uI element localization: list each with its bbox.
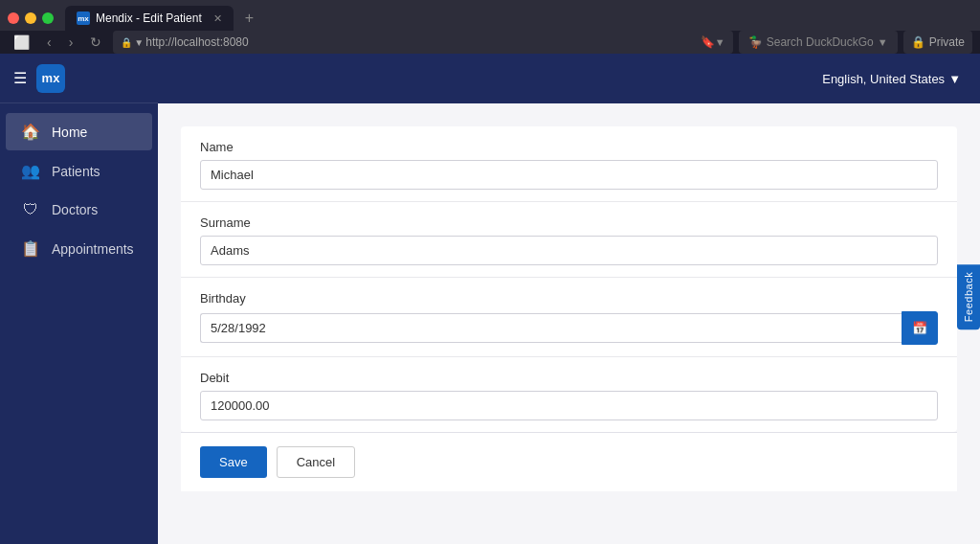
sidebar: ☰ mx 🏠 Home 👥 Patients 🛡 Doctors 📋 Appoi…: [0, 54, 158, 544]
close-tab-button[interactable]: ✕: [213, 12, 222, 25]
lock-private-icon: 🔒: [911, 35, 925, 49]
tab-favicon: mx: [77, 11, 90, 25]
app-container: ☰ mx 🏠 Home 👥 Patients 🛡 Doctors 📋 Appoi…: [0, 54, 980, 544]
feedback-button[interactable]: Feedback: [957, 264, 980, 329]
bookmark-icon[interactable]: 🔖: [701, 35, 715, 49]
sidebar-item-patients[interactable]: 👥 Patients: [6, 152, 152, 190]
date-picker-button[interactable]: 📅: [902, 311, 938, 345]
app-logo: mx: [36, 64, 65, 93]
url-expand-icon[interactable]: ▼: [715, 36, 725, 48]
surname-field-group: Surname: [181, 202, 957, 278]
back-button[interactable]: ‹: [41, 31, 57, 54]
sidebar-item-doctors[interactable]: 🛡 Doctors: [6, 192, 152, 228]
lock-icon: 🔒: [121, 37, 132, 48]
url-bar[interactable]: 🔒 ▼ http://localhost:8080 🔖 ▼: [113, 31, 732, 54]
patients-icon: 👥: [21, 162, 40, 180]
debit-label: Debit: [200, 371, 938, 385]
language-label: English, United States: [822, 72, 945, 86]
debit-input[interactable]: [200, 391, 938, 420]
search-bar[interactable]: 🦆 Search DuckDuckGo ▼: [739, 31, 898, 54]
debit-field-group: Debit: [181, 357, 957, 432]
private-label: Private: [929, 35, 965, 49]
forward-button[interactable]: ›: [63, 31, 79, 54]
url-text: http://localhost:8080: [145, 35, 248, 49]
sidebar-item-home[interactable]: 🏠 Home: [6, 113, 152, 150]
search-placeholder: Search DuckDuckGo: [767, 35, 874, 49]
sidebar-item-doctors-label: Doctors: [52, 202, 98, 217]
sidebar-item-appointments-label: Appointments: [52, 241, 134, 257]
sidebar-item-appointments[interactable]: 📋 Appointments: [6, 230, 152, 267]
main-wrapper: English, United States ▼ Name Surname: [158, 54, 980, 544]
appointments-icon: 📋: [21, 239, 40, 258]
language-chevron-icon: ▼: [948, 72, 961, 86]
name-input[interactable]: [200, 160, 938, 190]
birthday-label: Birthday: [200, 291, 938, 306]
home-icon: 🏠: [21, 123, 40, 141]
content-header: English, United States ▼: [158, 54, 980, 103]
calendar-icon: 📅: [912, 321, 927, 335]
sidebar-item-home-label: Home: [52, 125, 87, 140]
active-tab[interactable]: mx Mendix - Edit Patient ✕: [65, 6, 234, 31]
new-tab-button[interactable]: +: [237, 10, 261, 27]
tab-title: Mendix - Edit Patient: [96, 11, 202, 25]
reload-button[interactable]: ↻: [84, 31, 107, 54]
sidebar-toggle-button[interactable]: ⬜: [8, 31, 35, 54]
action-bar: Save Cancel: [181, 432, 957, 491]
maximize-window-button[interactable]: [42, 12, 54, 24]
language-selector[interactable]: English, United States ▼: [822, 72, 961, 86]
traffic-lights: [8, 12, 54, 24]
doctors-icon: 🛡: [21, 201, 40, 218]
birthday-input[interactable]: [200, 313, 902, 343]
duckduckgo-icon: 🦆: [748, 35, 763, 49]
tab-bar: mx Mendix - Edit Patient ✕ +: [0, 0, 980, 31]
close-window-button[interactable]: [8, 12, 19, 24]
birthday-date-wrapper: 📅: [200, 311, 938, 345]
form-section: Name Surname Birthday 📅: [181, 126, 957, 432]
form-area: Name Surname Birthday 📅: [158, 103, 980, 544]
birthday-field-group: Birthday 📅: [181, 278, 957, 357]
sidebar-nav: 🏠 Home 👥 Patients 🛡 Doctors 📋 Appointmen…: [0, 103, 158, 544]
surname-label: Surname: [200, 215, 938, 230]
hamburger-menu-button[interactable]: ☰: [13, 69, 27, 87]
surname-input[interactable]: [200, 236, 938, 265]
save-button[interactable]: Save: [200, 446, 267, 478]
url-protocol-icon: ▼: [134, 37, 144, 48]
feedback-sidebar: Feedback: [957, 264, 980, 333]
search-expand-icon[interactable]: ▼: [878, 36, 888, 48]
browser-chrome: mx Mendix - Edit Patient ✕ + ⬜ ‹ › ↻ 🔒 ▼…: [0, 0, 980, 54]
minimize-window-button[interactable]: [25, 12, 36, 24]
sidebar-header: ☰ mx: [0, 54, 158, 103]
cancel-button[interactable]: Cancel: [277, 446, 355, 478]
private-mode-button[interactable]: 🔒 Private: [903, 31, 972, 54]
nav-bar: ⬜ ‹ › ↻ 🔒 ▼ http://localhost:8080 🔖 ▼ 🦆 …: [0, 31, 980, 54]
name-label: Name: [200, 140, 938, 154]
name-field-group: Name: [181, 126, 957, 202]
main-content: English, United States ▼ Name Surname: [158, 54, 980, 544]
sidebar-item-patients-label: Patients: [52, 164, 100, 179]
